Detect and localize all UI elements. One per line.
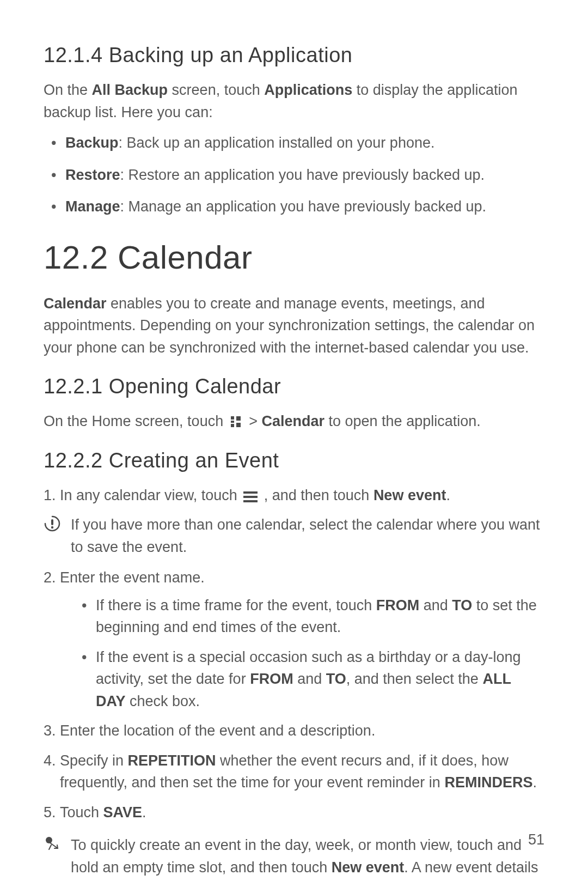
heading-12-1-4: 12.1.4 Backing up an Application	[44, 44, 544, 67]
tip-quick-create: To quickly create an event in the day, w…	[44, 834, 544, 881]
text: On the	[44, 82, 92, 98]
text: .	[142, 804, 146, 821]
text: , and then touch	[264, 487, 373, 503]
note-text: If you have more than one calendar, sele…	[71, 514, 544, 558]
step-1: 1. In any calendar view, touch , and the…	[44, 484, 544, 507]
text: >	[249, 413, 261, 429]
svg-rect-3	[236, 416, 241, 421]
step-4: 4. Specify in REPETITION whether the eve…	[44, 750, 544, 794]
step-number: 2.	[44, 567, 56, 589]
heading-12-2-2: 12.2.2 Creating an Event	[44, 449, 544, 472]
tip-pointer-icon	[44, 835, 61, 853]
text: check box.	[126, 693, 200, 709]
bold-from: FROM	[376, 597, 419, 613]
step-number: 3.	[44, 720, 56, 742]
intro-12-2: Calendar enables you to create and manag…	[44, 293, 544, 359]
step-number: 1.	[44, 484, 56, 507]
document-page: 12.1.4 Backing up an Application On the …	[0, 0, 588, 881]
text: enables you to create and manage events,…	[44, 295, 535, 356]
note-select-calendar: If you have more than one calendar, sele…	[44, 514, 544, 558]
bold-applications: Applications	[264, 82, 352, 98]
step-number: 4.	[44, 750, 56, 772]
bold-save: SAVE	[103, 804, 143, 821]
alert-circle-icon	[44, 515, 61, 532]
menu-three-lines-icon	[243, 491, 258, 502]
bold-label: Restore	[65, 167, 120, 183]
text: Enter the event name.	[60, 569, 205, 586]
bold-new-event: New event	[373, 487, 446, 503]
text: : Back up an application installed on yo…	[119, 135, 435, 151]
page-number: 51	[528, 831, 544, 848]
heading-12-2: 12.2 Calendar	[44, 239, 544, 276]
list-item: Restore: Restore an application you have…	[49, 164, 544, 186]
text: Specify in	[60, 752, 128, 769]
svg-point-9	[51, 526, 53, 528]
bold-label: Backup	[65, 135, 119, 151]
text: to open the application.	[324, 413, 481, 429]
bold-repetition: REPETITION	[128, 752, 216, 769]
text: and	[293, 671, 326, 687]
step-5: 5. Touch SAVE.	[44, 801, 544, 824]
text: .	[532, 774, 537, 791]
heading-12-2-1: 12.2.1 Opening Calendar	[44, 375, 544, 398]
tip-text: To quickly create an event in the day, w…	[71, 834, 544, 881]
text: screen, touch	[168, 82, 264, 98]
bold-new-event: New event	[332, 859, 405, 876]
svg-rect-8	[51, 519, 53, 525]
step-2-sublist: If there is a time frame for the event, …	[60, 594, 544, 713]
list-item: If the event is a special occasion such …	[82, 646, 544, 713]
svg-rect-5	[243, 491, 258, 494]
svg-rect-2	[231, 424, 234, 427]
bold-to: TO	[326, 671, 346, 687]
svg-rect-1	[231, 421, 234, 423]
line-12-2-1: On the Home screen, touch > Calendar to …	[44, 410, 544, 433]
bold-calendar: Calendar	[44, 295, 107, 312]
bold-from: FROM	[250, 671, 293, 687]
svg-rect-4	[236, 423, 241, 427]
text: Enter the location of the event and a de…	[60, 722, 375, 739]
svg-rect-7	[243, 500, 258, 502]
text: If there is a time frame for the event, …	[96, 597, 376, 613]
svg-point-10	[46, 837, 52, 843]
step-2: 2. Enter the event name. If there is a t…	[44, 567, 544, 712]
text: , and then select the	[346, 671, 483, 687]
text: .	[446, 487, 450, 503]
text: : Manage an application you have previou…	[120, 198, 486, 215]
bold-calendar-app: Calendar	[261, 413, 324, 429]
list-item: Manage: Manage an application you have p…	[49, 196, 544, 218]
text: : Restore an application you have previo…	[120, 167, 485, 183]
svg-rect-6	[243, 496, 258, 498]
bold-all-backup: All Backup	[92, 82, 168, 98]
step-number: 5.	[44, 801, 56, 824]
text: and	[419, 597, 452, 613]
svg-rect-0	[231, 416, 234, 420]
bold-to: TO	[452, 597, 472, 613]
apps-grid-icon	[230, 415, 243, 428]
list-item: If there is a time frame for the event, …	[82, 594, 544, 639]
bullet-list-12-1-4: Backup: Back up an application installed…	[44, 132, 544, 218]
list-item: Backup: Back up an application installed…	[49, 132, 544, 154]
step-3: 3. Enter the location of the event and a…	[44, 720, 544, 742]
text: In any calendar view, touch	[60, 487, 241, 503]
steps-12-2-2: 1. In any calendar view, touch , and the…	[44, 484, 544, 507]
text: On the Home screen, touch	[44, 413, 228, 429]
text: Touch	[60, 804, 103, 821]
intro-12-1-4: On the All Backup screen, touch Applicat…	[44, 79, 544, 123]
steps-12-2-2-cont: 2. Enter the event name. If there is a t…	[44, 567, 544, 823]
bold-label: Manage	[65, 198, 120, 215]
bold-reminders: REMINDERS	[444, 774, 532, 791]
